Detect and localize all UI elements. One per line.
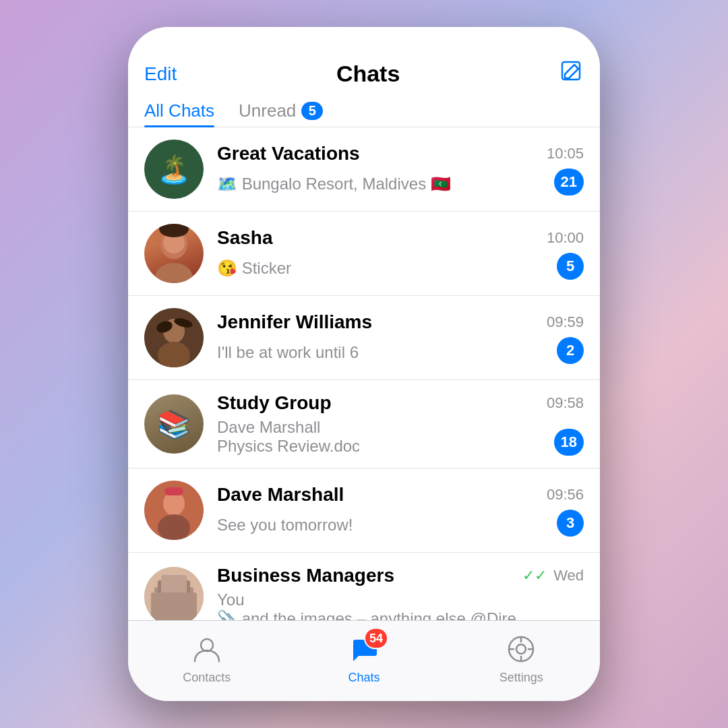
phone-frame: Edit Chats All Chats Unread 5 🏝️ (128, 27, 600, 701)
chat-content-sasha: Sasha 10:00 😘 Sticker 5 (217, 227, 584, 280)
avatar-great-vacations: 🏝️ (144, 140, 204, 199)
unread-count: 18 (554, 429, 584, 456)
svg-rect-19 (151, 593, 197, 620)
read-tick-icon: ✓✓ (522, 567, 547, 584)
chat-preview-text: Physics Review.doc (217, 437, 546, 456)
avatar-study-group: 📚 (144, 394, 204, 454)
avatar-dave (144, 481, 204, 540)
chat-item-sasha[interactable]: Sasha 10:00 😘 Sticker 5 (128, 212, 600, 296)
unread-count: 21 (554, 169, 584, 195)
edit-button[interactable]: Edit (144, 63, 177, 85)
chat-time: 10:00 (547, 229, 584, 247)
chat-name: Great Vacations (217, 143, 360, 164)
svg-point-22 (516, 644, 526, 654)
tab-contacts[interactable]: Contacts (128, 632, 285, 685)
unread-count: 2 (557, 337, 584, 364)
chat-sender: You (217, 590, 584, 609)
compose-icon[interactable] (559, 59, 584, 88)
tab-settings[interactable]: Settings (443, 632, 600, 685)
svg-point-2 (155, 263, 193, 283)
chats-badge: 54 (364, 628, 388, 649)
chat-name: Dave Marshall (217, 484, 344, 506)
tab-bar: All Chats Unread 5 (144, 95, 584, 127)
chat-time: 09:59 (547, 313, 584, 331)
chat-item-study-group[interactable]: 📚 Study Group 09:58 Dave Marshall Physic… (128, 380, 600, 468)
svg-point-20 (201, 639, 213, 651)
avatar-business (144, 567, 204, 620)
chats-tab-label: Chats (348, 671, 380, 685)
settings-icon (504, 632, 539, 667)
chat-name: Study Group (217, 392, 332, 414)
unread-count: 5 (557, 253, 584, 280)
unread-count: 3 (557, 510, 584, 537)
chat-name: Sasha (217, 227, 273, 249)
chat-time: Wed (553, 567, 584, 584)
chat-item-business[interactable]: Business Managers ✓✓ Wed You 📎 and the i… (128, 553, 600, 620)
chat-list: 🏝️ Great Vacations 10:05 🗺️ Bungalo Reso… (128, 127, 600, 620)
chat-sender: Dave Marshall (217, 418, 546, 437)
svg-rect-14 (164, 487, 183, 495)
chat-time: 09:56 (547, 486, 584, 504)
chat-content-business: Business Managers ✓✓ Wed You 📎 and the i… (217, 565, 584, 620)
chat-item-great-vacations[interactable]: 🏝️ Great Vacations 10:05 🗺️ Bungalo Reso… (128, 127, 600, 212)
chat-time: 09:58 (547, 394, 584, 412)
chat-preview-text: 🗺️ Bungalo Resort, Maldives 🇲🇻 (217, 173, 546, 195)
chat-content-great-vacations: Great Vacations 10:05 🗺️ Bungalo Resort,… (217, 143, 584, 195)
chat-time: 10:05 (547, 145, 584, 162)
chat-content-jennifer: Jennifer Williams 09:59 I'll be at work … (217, 311, 584, 364)
chat-preview-text: I'll be at work until 6 (217, 341, 549, 364)
unread-badge: 5 (301, 102, 323, 120)
chat-name: Jennifer Williams (217, 311, 372, 333)
chat-content-study-group: Study Group 09:58 Dave Marshall Physics … (217, 392, 584, 456)
chat-content-dave: Dave Marshall 09:56 See you tomorrow! 3 (217, 484, 584, 537)
chat-preview-text: 😘 Sticker (217, 257, 549, 280)
settings-tab-label: Settings (499, 671, 543, 685)
chat-preview-text: 📎 and the images – anything else @Dire..… (217, 609, 584, 620)
chat-icon: 54 (346, 632, 382, 667)
person-icon (189, 632, 224, 667)
page-title: Chats (336, 61, 400, 87)
avatar-jennifer (144, 308, 204, 367)
nav-bar: Edit Chats All Chats Unread 5 (128, 54, 600, 127)
chat-item-dave[interactable]: Dave Marshall 09:56 See you tomorrow! 3 (128, 468, 600, 553)
tab-all-chats[interactable]: All Chats (144, 95, 214, 127)
status-bar (128, 27, 600, 54)
contacts-tab-label: Contacts (183, 671, 231, 685)
chat-item-jennifer[interactable]: Jennifer Williams 09:59 I'll be at work … (128, 296, 600, 380)
chat-preview-text: See you tomorrow! (217, 514, 549, 537)
tab-unread[interactable]: Unread 5 (239, 95, 323, 127)
chat-name: Business Managers (217, 565, 394, 586)
tab-chats[interactable]: 54 Chats (285, 632, 442, 685)
svg-rect-18 (161, 575, 187, 595)
avatar-sasha (144, 224, 204, 283)
bottom-tab-bar: Contacts 54 Chats (128, 620, 600, 701)
